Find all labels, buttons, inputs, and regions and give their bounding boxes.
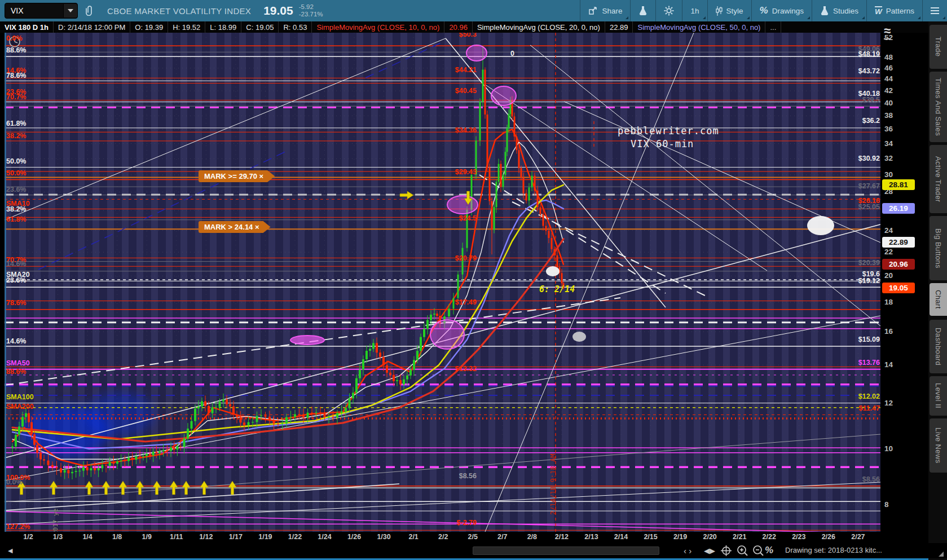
drawing-ellipse [290, 336, 324, 345]
flask-icon [820, 6, 829, 16]
alert-flag[interactable]: MARK >= 29.70 × [199, 170, 275, 182]
sidebar-tab-dashboard[interactable]: Dashboard [930, 320, 947, 373]
drawing-ellipse [430, 320, 464, 349]
watermark-chart-name: VIX 60-min [631, 138, 694, 149]
fit-width-icon[interactable]: ◀▶ [704, 545, 715, 556]
date-tick: 1/26 [347, 533, 361, 541]
sidebar-tab-big-buttons[interactable]: Big Buttons [930, 216, 947, 280]
date-tick: 2/15 [644, 533, 657, 541]
sidebar-tab-chart[interactable]: Chart [930, 283, 947, 316]
sidebar-tab-level-ii[interactable]: Level II [930, 376, 947, 416]
axis-tick: 48 [884, 53, 893, 61]
flask-icon [638, 6, 648, 16]
sidebar-tab-live-news[interactable]: Live News [930, 418, 947, 473]
percent-zoom-icon[interactable]: % [765, 545, 773, 556]
symbol-value: VIX [11, 6, 24, 15]
axis-tick: 18 [884, 298, 893, 306]
axis-tick: 12 [884, 399, 893, 407]
date-tick: 2/14 [614, 533, 628, 541]
header-segment: C: 19.05 [241, 21, 279, 33]
date-tick: 1/19 [258, 533, 272, 541]
date-axis[interactable]: 1/21/31/41/81/91/111/121/171/191/221/241… [0, 532, 928, 543]
price-axis[interactable]: ≈ 52484644424038363432302824222018161412… [880, 33, 928, 532]
link-icon[interactable] [86, 5, 94, 17]
axis-tick: 32 [884, 154, 893, 162]
sidebar-tab-active-trader[interactable]: Active Trader [930, 145, 947, 213]
alert-flag[interactable]: MARK > 24.14 × [199, 221, 271, 233]
chevron-down-icon [68, 9, 73, 12]
date-tick: 2/8 [527, 533, 537, 541]
resize-corner-icon[interactable] [939, 552, 944, 557]
axis-tick: 22 [884, 248, 893, 256]
header-segment: 20.96 [444, 21, 473, 33]
change-percent: -23.71% [299, 11, 323, 18]
horizontal-scrollbar[interactable] [473, 546, 659, 555]
axis-tick: 30 [884, 170, 893, 179]
top-toolbar: VIX CBOE MARKET VOLATILITY INDEX 19.05 -… [0, 0, 947, 21]
axis-tick: 36 [884, 125, 893, 133]
price-badge: 22.89 [882, 237, 915, 248]
symbol-dropdown-button[interactable] [63, 4, 77, 17]
drawing-ellipse [466, 45, 487, 61]
timestamp-vertical-label: 2/14/18 9:18 AM [549, 425, 557, 515]
crosshair-icon[interactable] [721, 545, 732, 556]
date-tick: 2/12 [555, 533, 569, 541]
price-badge: 20.96 [882, 259, 915, 270]
price-badge: 28.81 [882, 179, 915, 190]
scroll-left-icon[interactable]: ◀ [8, 545, 12, 556]
pan-arrows[interactable]: ‹ › [684, 545, 691, 556]
sidebar-tab-trade[interactable]: Trade [930, 25, 947, 69]
drawing-ellipse [491, 86, 516, 105]
interval-button[interactable]: 1h [682, 0, 707, 21]
header-segment: R: 0.53 [279, 21, 312, 33]
axis-tick: 8 [884, 500, 889, 509]
sidebar-tab-times-and-sales[interactable]: Times And Sales [930, 72, 947, 142]
drawing-ellipse [546, 266, 560, 276]
onDemand-button[interactable] [631, 0, 655, 21]
symbol-input[interactable]: VIX [5, 3, 78, 19]
date-tick: 2/7 [497, 533, 507, 541]
axis-tick: 34 [884, 139, 893, 148]
drawing-ellipse [807, 216, 834, 235]
chart-plot-area[interactable]: 0.0%88.6%14.6%78.6%23.6%70.7%61.8%38.2%5… [5, 33, 880, 532]
date-tick: 2/13 [584, 533, 598, 541]
price-badge: 19.05 [882, 283, 915, 293]
style-button[interactable]: Style [708, 0, 751, 21]
drawing-set-label[interactable]: Drawing set: 2018-0213 kitc... [785, 546, 882, 554]
header-segment: SimpleMovingAvg (CLOSE, 10, 0, no) [312, 21, 444, 33]
zoom-in-icon[interactable] [737, 545, 749, 556]
zoom-out-icon[interactable] [752, 545, 765, 556]
share-button[interactable]: Share [580, 0, 630, 21]
patterns-button[interactable]: W Patterns [867, 0, 922, 21]
annotation-count-label: 6: 2/14 [539, 284, 575, 294]
axis-tick: 52 [884, 33, 893, 42]
axis-tick: 40 [884, 99, 893, 107]
header-segment: L: 18.99 [205, 21, 241, 33]
settings-button[interactable] [656, 0, 682, 21]
date-tick: 1/30 [377, 533, 390, 541]
date-tick: 1/11 [170, 533, 183, 541]
thinkorswim-window: VIX CBOE MARKET VOLATILITY INDEX 19.05 -… [0, 0, 947, 560]
date-tick: 1/4 [82, 533, 92, 541]
date-tick: 1/24 [318, 533, 331, 541]
candlestick-icon [716, 6, 723, 16]
date-tick: 2/22 [763, 533, 776, 541]
gear-icon [664, 6, 674, 16]
studies-button[interactable]: Studies [812, 0, 866, 21]
header-segment: ... [765, 21, 781, 33]
axis-tick: 14 [884, 360, 893, 369]
price-change: -5.92 -23.71% [299, 3, 323, 18]
date-tick: 2/23 [792, 533, 805, 541]
date-tick: 1/22 [288, 533, 302, 541]
pattern-w-icon: W [875, 6, 882, 16]
header-segment: D: 2/14/18 12:00 PM [54, 21, 130, 33]
drawings-button[interactable]: % Drawings [752, 0, 812, 21]
date-tick: 2/2 [438, 533, 448, 541]
date-tick: 1/2 [23, 533, 33, 541]
year-note-label: 2017 ye [52, 484, 59, 532]
header-segment: VIX 180 D 1h [0, 21, 54, 33]
axis-tick: 24 [884, 226, 893, 235]
menu-button[interactable] [923, 0, 947, 21]
header-segment: SimpleMovingAvg (CLOSE, 50, 0, no) [633, 21, 765, 33]
hamburger-icon [931, 7, 939, 14]
